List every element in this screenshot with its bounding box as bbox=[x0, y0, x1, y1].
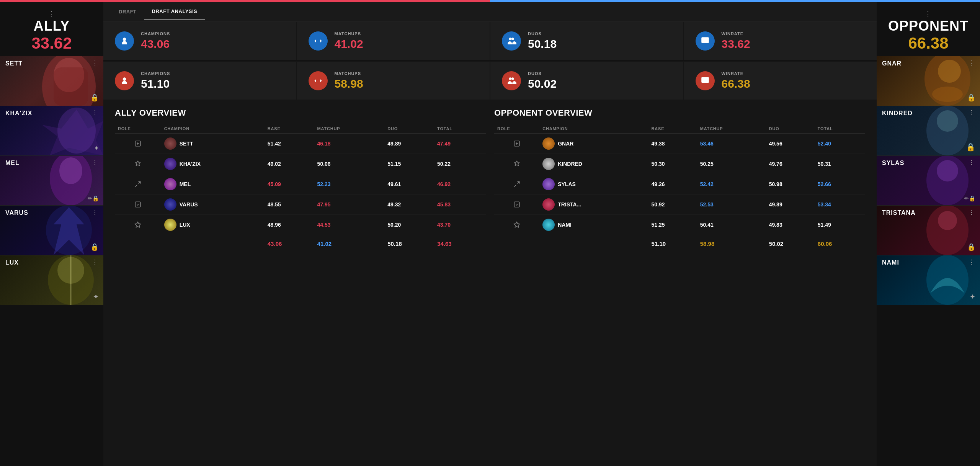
sett-more-button[interactable]: ⋮ bbox=[92, 60, 99, 66]
opp-champion-kindred: KINDRED ⋮ 🔒 bbox=[877, 106, 980, 156]
ally-duos-value: 50.18 bbox=[528, 38, 557, 51]
champion-cell: TRISTA... bbox=[539, 195, 648, 215]
gnar-more-button[interactable]: ⋮ bbox=[969, 60, 975, 66]
champion-cell: LUX bbox=[161, 215, 265, 235]
summary-row: 43.06 41.02 50.18 34.63 bbox=[115, 235, 486, 251]
matchup-value: 50.25 bbox=[697, 154, 766, 174]
varus-more-button[interactable]: ⋮ bbox=[92, 209, 99, 216]
duo-value: 50.20 bbox=[384, 215, 434, 235]
summary-champion bbox=[539, 235, 648, 251]
opp-champions-card: CHAMPIONS 51.10 bbox=[103, 62, 296, 100]
ally-champions-card: CHAMPIONS 43.06 bbox=[103, 22, 296, 60]
role-cell bbox=[115, 195, 161, 215]
table-row: KINDRED 50.30 50.25 49.76 50.31 bbox=[494, 154, 865, 174]
base-value: 48.96 bbox=[265, 215, 314, 235]
ally-duos-label: DUOS bbox=[528, 31, 557, 36]
tabs-bar: DRAFT DRAFT ANALYSIS bbox=[103, 2, 877, 21]
champion-thumb bbox=[542, 178, 555, 190]
opponent-overview-title: OPPONENT OVERVIEW bbox=[494, 108, 865, 118]
svg-point-26 bbox=[932, 87, 963, 102]
ally-matchups-value: 41.02 bbox=[335, 38, 363, 51]
svg-rect-15 bbox=[701, 37, 709, 43]
table-row: NAMI 51.25 50.41 49.83 51.49 bbox=[494, 215, 865, 235]
ally-winrate-value: 33.62 bbox=[722, 38, 750, 51]
stats-divider bbox=[103, 60, 877, 61]
ally-more-button[interactable]: ⋮ bbox=[47, 10, 56, 18]
khazix-name: KHA'ZIX bbox=[5, 110, 32, 117]
ally-col-total: TOTAL bbox=[434, 124, 486, 134]
duo-value: 49.89 bbox=[766, 195, 815, 215]
matchup-value: 52.53 bbox=[697, 195, 766, 215]
ally-duos-card: DUOS 50.18 bbox=[490, 22, 683, 60]
ally-duos-icon bbox=[502, 31, 521, 51]
champion-name: KHA'ZIX bbox=[180, 161, 201, 167]
champion-cell: MEL bbox=[161, 174, 265, 195]
ally-col-matchup: MATCHUP bbox=[314, 124, 385, 134]
khazix-more-button[interactable]: ⋮ bbox=[92, 110, 99, 116]
ally-table-header: ROLE CHAMPION BASE MATCHUP DUO TOTAL bbox=[115, 124, 486, 134]
tristana-more-button[interactable]: ⋮ bbox=[969, 209, 975, 216]
ally-stats-row: CHAMPIONS 43.06 MATCHUPS 41.02 bbox=[103, 22, 877, 60]
duo-value: 49.83 bbox=[766, 215, 815, 235]
opp-champions-icon bbox=[115, 71, 134, 90]
table-row: SETT 51.42 46.18 49.89 47.49 bbox=[115, 134, 486, 154]
opp-champions-info: CHAMPIONS 51.10 bbox=[141, 71, 170, 90]
opp-champion-nami: NAMI ⋮ ✦ bbox=[877, 255, 980, 305]
summary-total: 60.06 bbox=[815, 235, 865, 251]
matchup-value: 47.95 bbox=[314, 195, 385, 215]
matchup-value: 52.42 bbox=[697, 174, 766, 195]
opp-winrate-value: 66.38 bbox=[722, 77, 750, 90]
total-value: 51.49 bbox=[815, 215, 865, 235]
kindred-more-button[interactable]: ⋮ bbox=[969, 110, 975, 116]
champion-name: MEL bbox=[180, 181, 191, 187]
opponent-more-button[interactable]: ⋮ bbox=[924, 10, 933, 18]
champion-thumb bbox=[542, 158, 555, 170]
svg-point-25 bbox=[938, 60, 961, 83]
nami-more-button[interactable]: ⋮ bbox=[969, 259, 975, 265]
total-value: 50.22 bbox=[434, 154, 486, 174]
total-value: 46.92 bbox=[434, 174, 486, 195]
opp-table-header: ROLE CHAMPION BASE MATCHUP DUO TOTAL bbox=[494, 124, 865, 134]
ally-overview-panel: ALLY OVERVIEW ROLE CHAMPION BASE MATCHUP… bbox=[111, 108, 490, 251]
opp-col-duo: DUO bbox=[766, 124, 815, 134]
champion-name: SYLAS bbox=[558, 181, 576, 187]
matchup-value: 44.53 bbox=[314, 215, 385, 235]
tab-draft[interactable]: DRAFT bbox=[111, 3, 144, 20]
opponent-score: 66.38 bbox=[883, 34, 974, 52]
opp-duos-value: 50.02 bbox=[528, 77, 557, 90]
opp-champion-sylas: SYLAS ⋮ ✏🔒 bbox=[877, 156, 980, 206]
duo-value: 49.56 bbox=[766, 134, 815, 154]
champion-thumb bbox=[542, 137, 555, 150]
champion-thumb bbox=[164, 178, 176, 190]
svg-point-4 bbox=[57, 108, 96, 154]
ally-overview-table: ROLE CHAMPION BASE MATCHUP DUO TOTAL bbox=[115, 124, 486, 251]
lux-more-button[interactable]: ⋮ bbox=[92, 259, 99, 265]
tab-draft-analysis[interactable]: DRAFT ANALYSIS bbox=[144, 3, 205, 20]
sylas-more-button[interactable]: ⋮ bbox=[969, 160, 975, 166]
ally-sidebar: ⋮ ALLY 33.62 SETT ⋮ 🔒 bbox=[0, 2, 103, 466]
ally-winrate-card: WINRATE 33.62 bbox=[684, 22, 877, 60]
base-value: 49.02 bbox=[265, 154, 314, 174]
sylas-name: SYLAS bbox=[882, 160, 904, 167]
table-row: SYLAS 49.26 52.42 50.98 52.66 bbox=[494, 174, 865, 195]
mel-name: MEL bbox=[5, 160, 20, 167]
opp-matchups-value: 58.98 bbox=[335, 77, 363, 90]
base-value: 48.55 bbox=[265, 195, 314, 215]
summary-champion bbox=[161, 235, 265, 251]
ally-col-base: BASE bbox=[265, 124, 314, 134]
ally-overview-title: ALLY OVERVIEW bbox=[115, 108, 486, 118]
summary-role bbox=[494, 235, 539, 251]
opp-duos-info: DUOS 50.02 bbox=[528, 71, 557, 90]
svg-rect-23 bbox=[514, 202, 519, 207]
opponent-header: ⋮ OPPONENT 66.38 bbox=[877, 2, 980, 56]
mel-more-button[interactable]: ⋮ bbox=[92, 160, 99, 166]
champion-name: TRISTA... bbox=[558, 201, 581, 208]
table-row: MEL 45.09 52.23 49.61 46.92 bbox=[115, 174, 486, 195]
svg-point-30 bbox=[937, 160, 958, 181]
svg-point-17 bbox=[509, 77, 512, 80]
summary-duo: 50.02 bbox=[766, 235, 815, 251]
total-value: 43.70 bbox=[434, 215, 486, 235]
champion-thumb bbox=[542, 198, 555, 211]
duo-value: 49.89 bbox=[384, 134, 434, 154]
svg-point-16 bbox=[123, 77, 126, 81]
